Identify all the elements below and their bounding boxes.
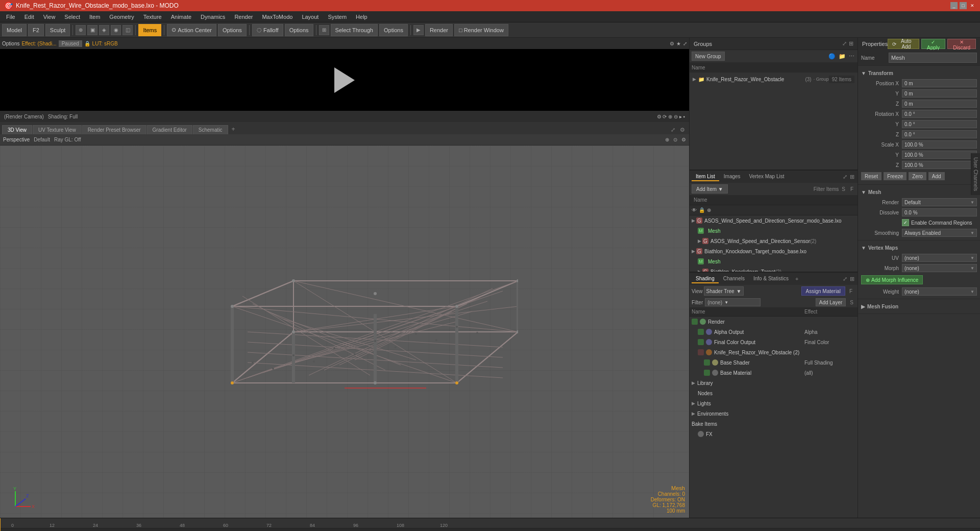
options-button-1[interactable]: Options <box>218 24 247 36</box>
vis-icon-1[interactable]: 👁 <box>692 207 697 213</box>
vis-icon-3[interactable]: ⊕ <box>707 207 711 213</box>
timeline-playhead[interactable] <box>0 518 1 531</box>
action-center-button[interactable]: ⊙ Action Center <box>167 24 216 36</box>
shading-add-tab[interactable]: + <box>793 275 800 283</box>
shade-row-library[interactable]: ▶ Library <box>690 378 857 388</box>
enable-command-regions-toggle[interactable]: ✓ <box>902 219 909 226</box>
options-button-3[interactable]: Options <box>379 24 408 36</box>
s-label[interactable]: S <box>840 186 847 192</box>
viewport-settings-icon[interactable]: ⚙ <box>678 126 687 134</box>
scale-y-value[interactable]: 100.0 % <box>902 151 977 159</box>
icon-btn-2[interactable]: ▣ <box>87 25 97 35</box>
add-tab-button[interactable]: + <box>229 124 238 134</box>
tab-gradient-editor[interactable]: Gradient Editor <box>147 125 192 134</box>
discard-button[interactable]: ✕ Discard <box>947 39 976 49</box>
viewport-expand-icon[interactable]: ⤢ <box>669 126 677 134</box>
uv-dropdown[interactable]: (none) ▼ <box>902 254 977 262</box>
title-bar-controls[interactable]: _ □ ✕ <box>950 2 976 9</box>
vis-btn-render[interactable] <box>692 319 698 325</box>
preview-star-icon[interactable]: ★ <box>676 41 681 46</box>
tab-images[interactable]: Images <box>720 173 745 181</box>
sculpt-button[interactable]: Sculpt <box>45 24 70 36</box>
vis-btn-knife[interactable] <box>698 349 704 355</box>
menu-view[interactable]: View <box>39 13 60 21</box>
freeze-button[interactable]: Freeze <box>884 172 906 180</box>
dissolve-value[interactable]: 0.0 % <box>902 208 977 216</box>
icon-btn-5[interactable]: ◫ <box>122 25 133 35</box>
rot-z-value[interactable]: 0.0 ° <box>902 130 977 138</box>
menu-select[interactable]: Select <box>60 13 84 21</box>
shade-row-render[interactable]: Render <box>690 317 857 327</box>
apply-button[interactable]: ✓ Apply <box>921 39 946 49</box>
vp-zoom-icon[interactable]: ⊙ <box>673 137 677 142</box>
shade-row-lights[interactable]: ▶ Lights <box>690 398 857 408</box>
preview-options[interactable]: Options <box>2 41 19 46</box>
tab-schematic[interactable]: Schematic <box>193 125 228 134</box>
groups-icon-1[interactable]: 🔵 <box>827 52 837 61</box>
minimize-button[interactable]: _ <box>950 2 958 9</box>
select-icon[interactable]: ⊞ <box>319 25 329 35</box>
menu-maxtomodo[interactable]: MaxToModo <box>258 13 297 21</box>
menu-edit[interactable]: Edit <box>20 13 38 21</box>
item-row-1[interactable]: ▶ G ASOS_Wind_Speed_and_Direction_Sensor… <box>690 215 857 226</box>
timeline-track[interactable] <box>0 528 980 531</box>
groups-icon-2[interactable]: 📁 <box>838 52 847 61</box>
select-through-button[interactable]: Select Through <box>331 24 378 36</box>
item-row-4[interactable]: ▶ G Biathlon_Knockdown_Target_modo_base.… <box>690 246 857 256</box>
name-input[interactable] <box>889 53 977 63</box>
tab-info-statistics[interactable]: Info & Statistics <box>749 275 793 283</box>
vp-settings-icon[interactable]: ⚙ <box>681 137 686 142</box>
zero-button[interactable]: Zero <box>909 172 926 180</box>
icon-btn-4[interactable]: ◉ <box>111 25 121 35</box>
render-button[interactable]: Render <box>425 24 453 36</box>
preview-paused[interactable]: Paused <box>59 40 82 47</box>
render-dropdown[interactable]: Default ▼ <box>902 198 977 206</box>
vertex-maps-header[interactable]: ▼ Vertex Maps <box>858 243 980 253</box>
add-morph-influence-button[interactable]: ⊕ Add Morph Influence <box>861 275 923 284</box>
assign-material-button[interactable]: Assign Material <box>801 286 845 296</box>
item-row-2[interactable]: M Mesh <box>690 226 857 236</box>
close-button[interactable]: ✕ <box>969 2 976 9</box>
vis-btn-base-shader[interactable] <box>704 359 710 366</box>
menu-file[interactable]: File <box>2 13 19 21</box>
model-button[interactable]: Model <box>2 24 27 36</box>
groups-expand-icon[interactable]: ⤢ <box>842 40 847 47</box>
vis-btn-alpha[interactable] <box>698 329 704 335</box>
mesh-fusion-header[interactable]: ▶ Mesh Fusion <box>858 301 980 311</box>
morph-dropdown[interactable]: (none) ▼ <box>902 264 977 272</box>
preview-settings-icon[interactable]: ⚙ <box>670 41 674 46</box>
groups-tree-item[interactable]: ▶ 📁 Knife_Rest_Razor_Wire_Obstacle (3) ·… <box>691 74 856 85</box>
render-window-button[interactable]: □ Render Window <box>454 24 508 36</box>
shade-row-nodes[interactable]: Nodes <box>690 388 857 398</box>
tab-3d-view[interactable]: 3D View <box>2 125 32 134</box>
groups-icon-3[interactable]: ⋯ <box>848 52 855 61</box>
menu-system[interactable]: System <box>324 13 351 21</box>
preview-expand-icon[interactable]: ⤢ <box>683 41 687 46</box>
add-button[interactable]: Add <box>928 172 945 180</box>
reset-button[interactable]: Reset <box>861 172 881 180</box>
items-button[interactable]: Items <box>138 24 161 36</box>
shade-row-environments[interactable]: ▶ Environments <box>690 408 857 419</box>
pos-y-value[interactable]: 0 m <box>902 89 977 98</box>
shade-row-fx[interactable]: FX <box>690 429 857 439</box>
shading-filter-select[interactable]: (none) ▼ <box>705 298 761 306</box>
menu-layout[interactable]: Layout <box>298 13 323 21</box>
itemlist-settings-icon[interactable]: ⊞ <box>849 173 855 181</box>
f2-button[interactable]: F2 <box>28 24 44 36</box>
menu-dynamics[interactable]: Dynamics <box>197 13 229 21</box>
menu-geometry[interactable]: Geometry <box>105 13 138 21</box>
options-button-2[interactable]: Options <box>285 24 313 36</box>
user-channels-tab[interactable]: User Channels <box>971 153 980 195</box>
view-mode-label[interactable]: Perspective <box>3 137 30 142</box>
menu-animate[interactable]: Animate <box>167 13 195 21</box>
auto-add-button[interactable]: ⟳ Auto Add <box>888 39 919 49</box>
smoothing-dropdown[interactable]: Always Enabled ▼ <box>902 229 977 237</box>
add-layer-button[interactable]: Add Layer <box>816 298 846 306</box>
pos-z-value[interactable]: 0 m <box>902 100 977 108</box>
shade-row-base-material[interactable]: Base Material (all) <box>690 368 857 378</box>
vis-icon-2[interactable]: 🔒 <box>699 207 705 213</box>
scale-z-value[interactable]: 100.0 % <box>902 161 977 169</box>
shade-row-bake[interactable]: Bake Items <box>690 419 857 429</box>
maximize-button[interactable]: □ <box>960 2 967 9</box>
item-row-3[interactable]: ▶ G ASOS_Wind_Speed_and_Direction_Sensor… <box>690 236 857 246</box>
